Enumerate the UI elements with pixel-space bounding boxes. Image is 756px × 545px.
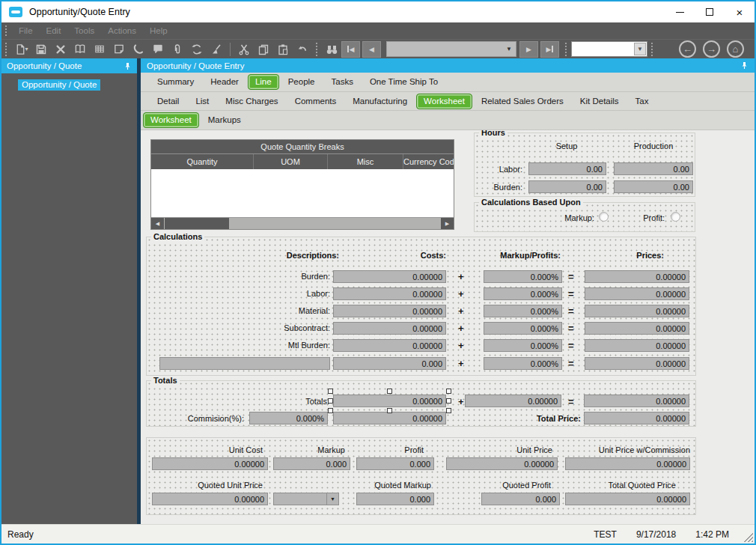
previous-record-button[interactable]: ◀	[362, 41, 381, 58]
labor-price-field[interactable]: 0.00000	[585, 287, 689, 300]
misc-price-field[interactable]: 0.00000	[585, 357, 689, 370]
tree-item-opportunity-quote[interactable]: Opportunity / Quote	[18, 79, 100, 91]
grid-body[interactable]	[151, 169, 454, 217]
unit-cost-field[interactable]: 0.00000	[152, 457, 268, 470]
clear-button[interactable]	[207, 40, 226, 58]
profit-radio[interactable]	[671, 212, 680, 222]
tab-worksheet[interactable]: Worksheet	[416, 94, 472, 109]
tab-one-time-ship-to[interactable]: One Time Ship To	[362, 74, 445, 90]
tab-related-sales-orders[interactable]: Related Sales Orders	[474, 94, 571, 109]
tab-detail[interactable]: Detail	[150, 94, 186, 109]
markup-radio[interactable]	[599, 212, 609, 222]
tab-tasks[interactable]: Tasks	[323, 74, 360, 90]
delete-button[interactable]	[51, 40, 70, 58]
phone-button[interactable]	[129, 40, 148, 58]
quoted-markup-field[interactable]: 0.000	[356, 493, 434, 505]
last-record-button[interactable]: ▶	[540, 41, 559, 58]
column-misc[interactable]: Misc	[328, 154, 403, 169]
selection-handle[interactable]	[328, 389, 333, 394]
toolbar-grip[interactable]	[315, 42, 319, 57]
tab-comments[interactable]: Comments	[287, 94, 344, 109]
column-currency-code[interactable]: Currency Code	[403, 154, 454, 169]
menubar-grip[interactable]	[4, 25, 8, 37]
commission-value-field[interactable]: 0.00000	[333, 412, 446, 424]
totals-price-field[interactable]: 0.00000	[584, 395, 689, 407]
quoted-profit-field[interactable]: 0.000	[481, 493, 560, 505]
column-quantity[interactable]: Quantity	[151, 154, 254, 169]
tab-kit-details[interactable]: Kit Details	[573, 94, 627, 109]
note-button[interactable]	[109, 40, 129, 58]
undo-button[interactable]	[293, 40, 312, 58]
search-button[interactable]	[322, 40, 341, 58]
pin-button[interactable]	[740, 61, 749, 70]
selection-handle[interactable]	[446, 389, 451, 394]
minimize-button[interactable]	[665, 1, 695, 22]
pin-button[interactable]	[124, 62, 132, 70]
labor-setup-field[interactable]: 0.00	[528, 162, 606, 175]
unit-price-field[interactable]: 0.00000	[446, 457, 558, 470]
forward-button[interactable]: →	[703, 40, 720, 58]
total-quoted-price-field[interactable]: 0.00000	[565, 493, 690, 505]
grid-button[interactable]	[90, 40, 109, 58]
toolbar-grip[interactable]	[4, 42, 8, 56]
first-record-button[interactable]: ◀	[341, 41, 360, 58]
material-cost-field[interactable]: 0.00000	[333, 305, 446, 317]
tab-tax[interactable]: Tax	[628, 94, 656, 109]
selection-handle[interactable]	[387, 408, 392, 413]
quoted-unit-price-field[interactable]: 0.00000	[152, 493, 268, 505]
commission-pct-field[interactable]: 0.000%	[249, 412, 328, 424]
scrollbar-thumb[interactable]	[165, 218, 229, 229]
burden-cost-field[interactable]: 0.00000	[333, 270, 446, 283]
paste-button[interactable]	[273, 40, 293, 58]
burden-price-field[interactable]: 0.00000	[585, 270, 689, 283]
grid-horizontal-scrollbar[interactable]: ◀ ▶	[151, 217, 454, 229]
scroll-right-icon[interactable]: ▶	[441, 218, 454, 229]
save-button[interactable]	[31, 40, 51, 58]
tab-manufacturing[interactable]: Manufacturing	[345, 94, 415, 109]
home-button[interactable]: ⌂	[727, 40, 744, 58]
maximize-button[interactable]	[695, 1, 725, 22]
totals-markup-field[interactable]: 0.00000	[465, 395, 561, 407]
total-price-field[interactable]: 0.00000	[584, 412, 689, 424]
labor-markup-field[interactable]: 0.000%	[484, 287, 562, 300]
burden-setup-field[interactable]: 0.00	[528, 180, 606, 193]
profit-field[interactable]: 0.000	[356, 457, 434, 470]
tab-summary[interactable]: Summary	[150, 74, 201, 90]
subcontract-markup-field[interactable]: 0.000%	[484, 322, 562, 335]
mtl-burden-price-field[interactable]: 0.00000	[585, 339, 689, 352]
selection-handle[interactable]	[328, 408, 333, 413]
misc-cost-field[interactable]: 0.000	[333, 357, 446, 370]
menu-file[interactable]: File	[12, 26, 40, 35]
scrollbar-track[interactable]	[229, 218, 441, 229]
cut-button[interactable]	[234, 40, 254, 58]
quote-quantity-breaks-grid[interactable]: Quote Quantity Breaks Quantity UOM Misc …	[150, 139, 454, 230]
memo-button[interactable]	[70, 40, 90, 58]
comment-button[interactable]	[148, 40, 168, 58]
mtl-burden-markup-field[interactable]: 0.000%	[484, 339, 562, 352]
toolbar-grip[interactable]	[650, 42, 654, 57]
menu-actions[interactable]: Actions	[101, 26, 143, 35]
material-price-field[interactable]: 0.00000	[585, 305, 689, 317]
totals-cost-field[interactable]: 0.00000	[333, 395, 446, 407]
record-selector-combo[interactable]: ▼	[386, 41, 516, 57]
labor-cost-field[interactable]: 0.00000	[333, 287, 446, 300]
menu-help[interactable]: Help	[143, 26, 174, 35]
copy-button[interactable]	[254, 40, 273, 58]
toolbar-grip[interactable]	[564, 42, 568, 57]
new-button[interactable]: ▾	[12, 40, 31, 58]
selection-handle[interactable]	[387, 389, 392, 394]
tab-header[interactable]: Header	[203, 74, 246, 90]
selection-handle[interactable]	[446, 408, 451, 413]
back-button[interactable]: ←	[679, 40, 696, 58]
burden-markup-field[interactable]: 0.000%	[484, 270, 562, 283]
tab-line[interactable]: Line	[248, 74, 279, 90]
resize-grip[interactable]	[743, 532, 753, 542]
selection-handle[interactable]	[328, 398, 333, 404]
tab-worksheet-inner[interactable]: Worksheet	[143, 112, 199, 128]
close-button[interactable]: ×	[725, 1, 755, 22]
subcontract-cost-field[interactable]: 0.00000	[333, 322, 446, 335]
tab-people[interactable]: People	[281, 74, 323, 90]
attachment-button[interactable]	[168, 40, 187, 58]
unit-price-w-commission-field[interactable]: 0.00000	[565, 457, 690, 470]
burden-production-field[interactable]: 0.00	[614, 180, 693, 193]
